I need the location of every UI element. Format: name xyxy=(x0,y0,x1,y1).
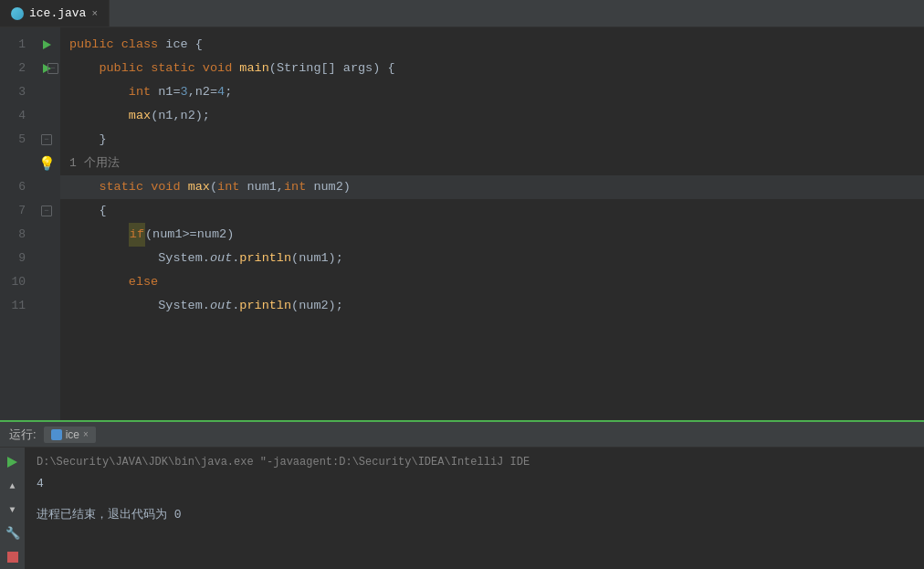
code-area: 1 2 3 4 5 6 7 8 9 10 11 − xyxy=(0,27,924,420)
num-3: 3 xyxy=(181,80,188,104)
fn-println-2: println xyxy=(239,294,291,318)
hint-text: 1 个用法 xyxy=(69,152,120,175)
fn-println-1: println xyxy=(239,247,291,270)
gutter-6 xyxy=(33,175,60,199)
keyword-else: else xyxy=(129,270,158,294)
code-line-3: int n1=3,n2=4; xyxy=(60,80,924,104)
run-tab-label: ice xyxy=(66,428,79,441)
keyword-class: class xyxy=(121,33,166,57)
fn-max-def: max xyxy=(188,175,210,199)
keyword-int-2: int xyxy=(217,175,247,199)
out-italic: out xyxy=(210,247,232,270)
brace-open: { xyxy=(195,33,203,57)
run-tab-icon xyxy=(51,429,62,440)
play-button[interactable] xyxy=(4,453,22,471)
play-icon xyxy=(7,457,17,468)
fold-icon[interactable]: − xyxy=(47,63,58,74)
num-4: 4 xyxy=(217,80,225,104)
tab-label: ice.java xyxy=(29,6,86,20)
classname-ice: ice xyxy=(165,33,194,57)
gutter-hint: 💡 xyxy=(33,152,60,175)
run-tab-close[interactable]: × xyxy=(83,429,89,439)
tab-bar: ice.java × xyxy=(0,0,924,27)
gutter-run-fold-2[interactable]: − xyxy=(33,57,60,80)
code-content: public class ice { public static void ma… xyxy=(60,27,924,420)
code-line-2: public static void main(String[] args) { xyxy=(60,57,924,80)
gutter-11 xyxy=(33,294,60,318)
code-line-10: else xyxy=(60,270,924,294)
run-label: 运行: xyxy=(9,427,37,443)
run-output: D:\Security\JAVA\JDK\bin\java.exe "-java… xyxy=(26,448,924,569)
fold-icon[interactable]: − xyxy=(41,205,52,216)
code-editor: 1 2 3 4 5 6 7 8 9 10 11 − xyxy=(0,27,924,420)
run-toolbar: 🔧 ↕ xyxy=(0,448,26,569)
keyword-static: static xyxy=(151,57,203,80)
gutter-3 xyxy=(33,80,60,104)
code-line-7: { xyxy=(60,199,924,223)
out-italic-2: out xyxy=(210,294,232,318)
java-file-icon xyxy=(11,7,24,20)
gutter-fold-5[interactable]: − xyxy=(33,128,60,152)
gutter-8 xyxy=(33,223,60,247)
keyword-if: if xyxy=(129,223,145,247)
gutter-4 xyxy=(33,104,60,128)
fn-main: main xyxy=(239,57,268,80)
gutter: − − 💡 − xyxy=(33,27,60,420)
gutter-fold-7[interactable]: − xyxy=(33,199,60,223)
run-body: 🔧 ↕ D:\Security\JAVA\JDK\bin\java.exe "-… xyxy=(0,448,924,569)
run-arrow-icon[interactable] xyxy=(43,40,51,49)
keyword-public: public xyxy=(69,33,121,57)
gutter-10 xyxy=(33,270,60,294)
code-line-6: static void max(int num1,int num2) xyxy=(60,175,924,199)
code-line-5: } xyxy=(60,128,924,152)
run-tab-ice[interactable]: ice × xyxy=(44,427,96,443)
code-line-1: public class ice { xyxy=(60,33,924,57)
run-panel: 运行: ice × 🔧 ↕ D:\Security\JAVA\JDK\bin\j… xyxy=(0,420,924,569)
settings-button[interactable]: 🔧 xyxy=(4,524,22,543)
output-value: 4 xyxy=(37,475,913,493)
keyword-int-3: int xyxy=(284,175,313,199)
gutter-9 xyxy=(33,247,60,270)
scroll-down-button[interactable] xyxy=(4,501,22,519)
keyword-public2: public xyxy=(99,57,151,80)
fold-icon[interactable]: − xyxy=(41,134,52,145)
keyword-int-1: int xyxy=(129,80,158,104)
stop-button[interactable] xyxy=(4,548,22,566)
run-panel-header: 运行: ice × xyxy=(0,422,924,448)
exit-line: 进程已结束，退出代码为 0 xyxy=(37,506,913,524)
tab-close-button[interactable]: × xyxy=(91,8,98,19)
gutter-run-1[interactable] xyxy=(33,33,60,57)
bulb-icon[interactable]: 💡 xyxy=(38,155,56,173)
keyword-void: void xyxy=(203,57,240,80)
code-line-9: System.out.println(num1); xyxy=(60,247,924,270)
stop-icon xyxy=(7,552,18,563)
code-line-11: System.out.println(num2); xyxy=(60,294,924,318)
keyword-static2: static xyxy=(99,175,151,199)
tab-ice-java[interactable]: ice.java × xyxy=(0,0,110,26)
code-line-4: max(n1,n2); xyxy=(60,104,924,128)
hint-line: 1 个用法 xyxy=(60,152,924,175)
cmd-line: D:\Security\JAVA\JDK\bin\java.exe "-java… xyxy=(37,453,913,471)
fn-max-call: max xyxy=(129,104,151,128)
keyword-void2: void xyxy=(151,175,188,199)
code-line-8: if(num1>=num2) xyxy=(60,223,924,247)
line-numbers: 1 2 3 4 5 6 7 8 9 10 11 xyxy=(0,27,33,420)
scroll-up-button[interactable] xyxy=(4,477,22,495)
